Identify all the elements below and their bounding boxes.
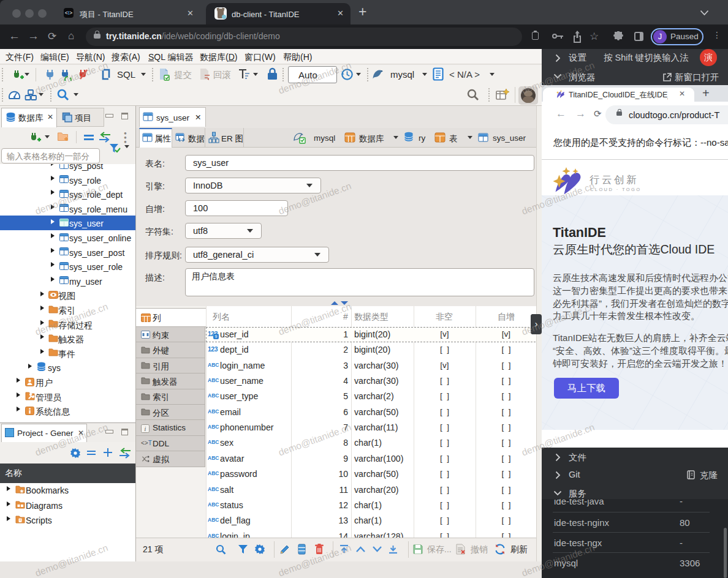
- svg-text:i: i: [145, 425, 146, 432]
